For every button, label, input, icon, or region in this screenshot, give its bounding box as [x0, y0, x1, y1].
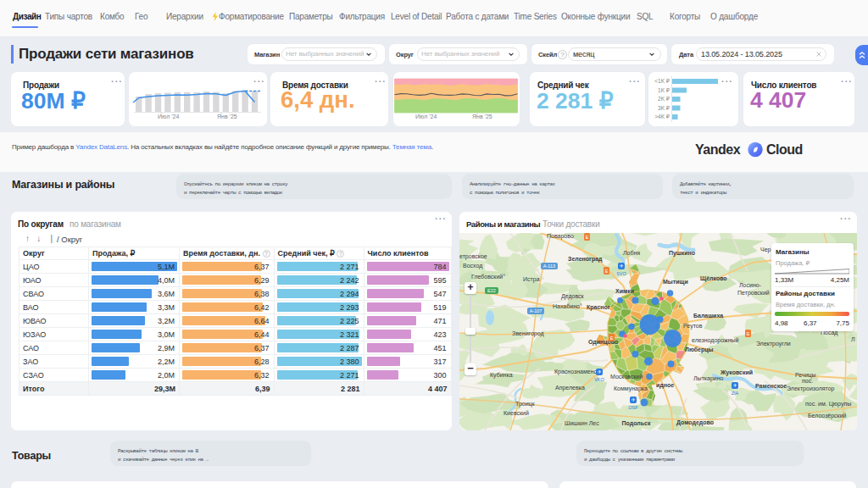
svg-text:А-113: А-113	[543, 263, 555, 269]
svg-text:Балашиха: Балашиха	[693, 313, 723, 319]
svg-text:Электроугли: Электроугли	[756, 341, 791, 347]
svg-text:Поварово: Поварово	[547, 233, 574, 240]
svg-text:Восход: Восход	[463, 263, 482, 269]
svg-text:2K ₽: 2K ₽	[658, 96, 670, 102]
svg-text:Подольск: Подольск	[622, 420, 651, 427]
svg-text:Белоозёрский: Белоозёрский	[808, 413, 847, 419]
svg-text:Пушкино: Пушкино	[669, 250, 695, 257]
svg-text:Е: Е	[610, 336, 614, 341]
svg-text:Шишкин Лес: Шишкин Лес	[565, 420, 599, 426]
svg-text:Е: Е	[605, 269, 609, 274]
svg-text:Лыткарино: Лыткарино	[693, 375, 724, 382]
svg-text:етровское: етровское	[459, 253, 487, 260]
svg-text:Звенигород: Звенигород	[512, 330, 544, 337]
svg-text:Петровский: Петровский	[737, 290, 770, 297]
svg-text:Чер: Чер	[760, 247, 771, 253]
svg-text:3K ₽: 3K ₽	[658, 105, 670, 111]
svg-text:пос.: пос.	[802, 378, 813, 384]
svg-text:Домодедово: Домодедово	[676, 419, 714, 426]
svg-text:<1K ₽: <1K ₽	[654, 78, 670, 84]
svg-text:Московский: Московский	[610, 374, 643, 380]
svg-text:елезнодорожный: елезнодорожный	[692, 337, 739, 344]
svg-text:Реутов: Реутов	[683, 323, 703, 330]
svg-text:Мытищи: Мытищи	[663, 279, 688, 286]
svg-text:Кубинка: Кубинка	[490, 372, 513, 379]
svg-text:Е: Е	[586, 235, 589, 240]
svg-text:Лобня: Лобня	[623, 250, 640, 256]
svg-text:Краснознаменск: Краснознаменск	[554, 369, 600, 375]
svg-text:SVO: SVO	[616, 271, 626, 276]
svg-text:>4K ₽: >4K ₽	[654, 114, 670, 119]
svg-text:Глебовский°: Глебовский°	[471, 274, 505, 280]
svg-text:Электроизолятор: Электроизолятор	[787, 385, 835, 392]
svg-text:ZIA: ZIA	[732, 391, 739, 396]
svg-text:Химки: Химки	[615, 288, 634, 294]
svg-text:VKO: VKO	[594, 377, 604, 382]
svg-text:✈: ✈	[619, 263, 623, 269]
svg-text:Дедовск: Дедовск	[561, 293, 585, 300]
svg-text:Июл '24: Июл '24	[415, 114, 437, 119]
svg-text:Жуковский: Жуковский	[720, 369, 753, 376]
svg-text:E22: E22	[487, 288, 496, 293]
svg-text:Люберцы: Люберцы	[685, 347, 714, 353]
svg-text:Апрелевка: Апрелевка	[555, 385, 585, 391]
svg-text:Лосино-: Лосино-	[739, 282, 762, 288]
svg-text:✈: ✈	[631, 397, 635, 402]
svg-text:Речицы: Речицы	[795, 372, 816, 379]
svg-text:Нахабино°: Нахабино°	[553, 303, 582, 309]
svg-text:Зеленоград: Зеленоград	[568, 256, 603, 263]
svg-text:идное: идное	[656, 382, 674, 389]
svg-text:Июл '24: Июл '24	[158, 114, 179, 119]
svg-text:✈: ✈	[732, 383, 737, 388]
svg-text:Раменское: Раменское	[755, 383, 787, 389]
svg-text:Cloud: Cloud	[766, 142, 803, 157]
svg-text:Е: Е	[747, 331, 750, 336]
svg-text:✈: ✈	[597, 369, 601, 374]
svg-text:Красног: Красног	[587, 304, 610, 311]
svg-text:Коммунарка: Коммунарка	[614, 385, 648, 392]
svg-text:Киевский: Киевский	[504, 410, 529, 416]
svg-text:Yandex: Yandex	[695, 142, 741, 157]
svg-text:Л: Л	[851, 336, 855, 342]
svg-text:Истра: Истра	[523, 276, 540, 283]
svg-text:пос. им. Цюрупы: пос. им. Цюрупы	[805, 401, 851, 408]
svg-text:Щёлково: Щёлково	[700, 275, 727, 282]
svg-text:А-107: А-107	[530, 308, 542, 313]
svg-text:1K ₽: 1K ₽	[658, 87, 670, 93]
svg-text:Янв '25: Янв '25	[217, 114, 237, 119]
svg-text:OSF: OSF	[628, 405, 638, 410]
svg-text:Троицк: Троицк	[515, 401, 536, 408]
svg-text:Янв '25: Янв '25	[472, 114, 492, 119]
